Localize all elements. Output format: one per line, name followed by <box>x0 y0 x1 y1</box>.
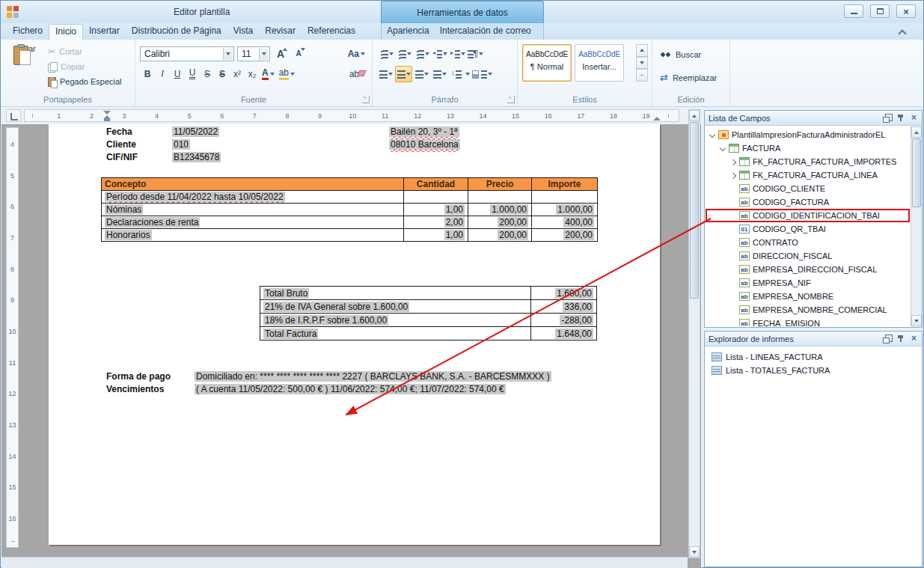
expander-icon[interactable] <box>729 225 738 234</box>
cut-button[interactable]: ✂Cortar <box>46 44 132 59</box>
ribbon-tab[interactable]: Inicio <box>49 24 83 40</box>
merge-field[interactable]: 336,00 <box>563 302 593 312</box>
indent-marker-icon[interactable] <box>103 110 111 121</box>
copy-button[interactable]: Copiar <box>46 59 132 74</box>
merge-field[interactable]: 1,00 <box>444 230 465 240</box>
expander-icon[interactable] <box>729 211 738 221</box>
invoice-item-row[interactable]: Honorarios 1,00 200,00 200,00 <box>102 229 598 242</box>
chevron-down-icon[interactable] <box>259 48 269 60</box>
merge-field[interactable]: B12345678 <box>172 152 221 162</box>
scroll-down-icon[interactable] <box>911 315 922 326</box>
font-name-combo[interactable]: Calibri <box>140 46 234 61</box>
vertical-ruler[interactable]: 4 5 6 7 8 9 10 11 12 13 <box>6 127 19 548</box>
expander-icon[interactable] <box>729 265 738 275</box>
gallery-down-icon[interactable] <box>636 57 648 70</box>
merge-field[interactable]: Declaraciones de renta <box>105 217 200 227</box>
change-case-button[interactable]: Aa <box>346 46 367 61</box>
bullets-icon[interactable] <box>377 46 394 62</box>
merge-field[interactable]: ( A cuenta 11/05/2022: 500,00 € ) 11/06/… <box>195 384 506 394</box>
superscript-icon[interactable]: x² <box>230 66 245 82</box>
tab-selector-icon[interactable] <box>6 109 21 122</box>
ribbon-tab[interactable]: Referencias <box>302 23 361 40</box>
field-list-header[interactable]: Lista de Campos × <box>705 111 922 126</box>
merge-field[interactable]: Nóminas <box>105 204 143 215</box>
ribbon-tab[interactable]: Vista <box>227 23 259 40</box>
ribbon-tab[interactable]: Insertar <box>83 23 126 40</box>
field-list-item[interactable]: CONTRATO <box>706 236 910 249</box>
collapse-ribbon-icon[interactable] <box>896 28 908 37</box>
report-explorer-item[interactable]: Lista - LINEAS_FACTURA <box>706 350 921 364</box>
field-list-item[interactable]: EMPRESA_NOMBRE <box>706 290 910 303</box>
merge-field[interactable]: 400,00 <box>563 217 594 227</box>
expander-icon[interactable] <box>729 184 738 194</box>
close-panel-icon[interactable]: × <box>910 335 918 343</box>
shrink-font-icon[interactable]: A <box>291 46 306 61</box>
right-indent-marker-icon[interactable] <box>653 117 661 120</box>
expander-icon[interactable] <box>708 130 718 140</box>
gallery-more-icon[interactable] <box>636 69 648 82</box>
merge-field[interactable]: Honorarios <box>105 230 152 240</box>
paragraph-marks-icon[interactable]: ¶ <box>467 46 484 62</box>
double-underline-icon[interactable]: U <box>185 66 200 82</box>
merge-field[interactable]: 11/05/2022 <box>172 126 219 137</box>
font-size-combo[interactable]: 11 <box>237 46 270 61</box>
clear-formatting-button[interactable]: ab <box>347 66 367 82</box>
merge-field[interactable]: 1.600,00 <box>555 288 593 299</box>
field-list-item[interactable]: FK_FACTURA_FACTURA_LINEA <box>706 168 910 182</box>
field-list-item[interactable]: CODIGO_IDENTIFICACION_TBAI <box>706 209 910 222</box>
field-list-item[interactable]: FACTURA <box>706 141 910 155</box>
report-explorer-header[interactable]: Explorador de informes × <box>705 332 922 346</box>
field-list-item[interactable]: CODIGO_CLIENTE <box>706 182 910 195</box>
expander-icon[interactable] <box>729 198 738 207</box>
totals-row[interactable]: 21% de IVA General sobre 1.600,00 336,00 <box>260 300 597 314</box>
increase-indent-icon[interactable] <box>449 46 466 62</box>
minimize-button[interactable] <box>844 4 863 18</box>
grow-font-icon[interactable]: A <box>273 46 288 61</box>
decrease-indent-icon[interactable] <box>431 46 448 62</box>
ribbon-tab[interactable]: Fichero <box>7 23 49 40</box>
expander-icon[interactable] <box>729 171 738 180</box>
totals-row[interactable]: 18% de I.R.P.F sobre 1.600,00 -288,00 <box>260 314 597 327</box>
paste-button[interactable]: Pegar <box>7 43 43 94</box>
merge-field[interactable]: 200,00 <box>563 230 594 240</box>
replace-button[interactable]: ⇄Reemplazar <box>660 73 717 82</box>
field-list-item[interactable]: PlantillaImpresionFacturaAdministradorEL <box>706 128 910 141</box>
multilevel-list-icon[interactable] <box>413 46 430 62</box>
merge-field[interactable]: 010 <box>172 139 190 150</box>
horizontal-ruler[interactable]: 1 2 3 4 5 6 7 8 9 10 <box>24 109 679 122</box>
merge-field[interactable]: 1.000,00 <box>490 204 528 215</box>
field-list-item[interactable]: EMPRESA_DIRECCION_FISCAL <box>706 263 910 276</box>
report-explorer-item[interactable]: Lista - TO­TALES_FACTURA <box>706 364 921 377</box>
pin-icon[interactable] <box>896 114 905 122</box>
dock-icon[interactable] <box>883 335 891 343</box>
merge-field[interactable]: 21% de IVA General sobre 1.600,00 <box>263 302 409 312</box>
paragraph-dialog-launcher-icon[interactable] <box>507 96 515 103</box>
period-row[interactable]: Período desde 11/04/2022 hasta 10/05/202… <box>102 191 598 204</box>
merge-field[interactable]: 200,00 <box>498 217 528 227</box>
merge-field[interactable]: Total Factura <box>263 329 318 339</box>
expander-icon[interactable] <box>729 278 738 288</box>
justify-icon[interactable] <box>431 66 448 82</box>
italic-icon[interactable]: I <box>155 66 170 82</box>
merge-field[interactable]: 1,00 <box>444 204 465 215</box>
close-button[interactable]: × <box>896 4 916 18</box>
close-panel-icon[interactable]: × <box>910 114 918 122</box>
dock-icon[interactable] <box>883 114 891 122</box>
scroll-up-icon[interactable] <box>689 110 700 121</box>
document-page[interactable]: Fecha11/05/2022 Cliente010 CIF/NIFB12345… <box>49 124 660 545</box>
invoice-item-row[interactable]: Nóminas 1,00 1.000,00 1.000,00 <box>102 204 598 216</box>
merge-field[interactable]: Bailén 20, 3º - 1ª <box>389 126 459 137</box>
shading-icon[interactable] <box>471 66 493 82</box>
expander-icon[interactable] <box>729 305 738 315</box>
field-list-item[interactable]: FECHA_EMISION <box>706 317 910 326</box>
expander-icon[interactable] <box>729 157 738 167</box>
field-list-item[interactable]: FK_FACTURA_FACTURA_IMPORTES <box>706 155 910 168</box>
expander-icon[interactable] <box>718 144 728 153</box>
align-left-icon[interactable] <box>377 66 394 82</box>
field-list-item[interactable]: EMPRESA_NIF <box>706 276 910 290</box>
field-list-item[interactable]: EMPRESA_NOMBRE_COMERCIAL <box>706 303 910 317</box>
expander-icon[interactable] <box>729 292 738 302</box>
merge-field[interactable]: 1.648,00 <box>555 329 593 339</box>
align-center-icon[interactable] <box>395 66 412 82</box>
underline-icon[interactable]: U <box>170 66 185 82</box>
